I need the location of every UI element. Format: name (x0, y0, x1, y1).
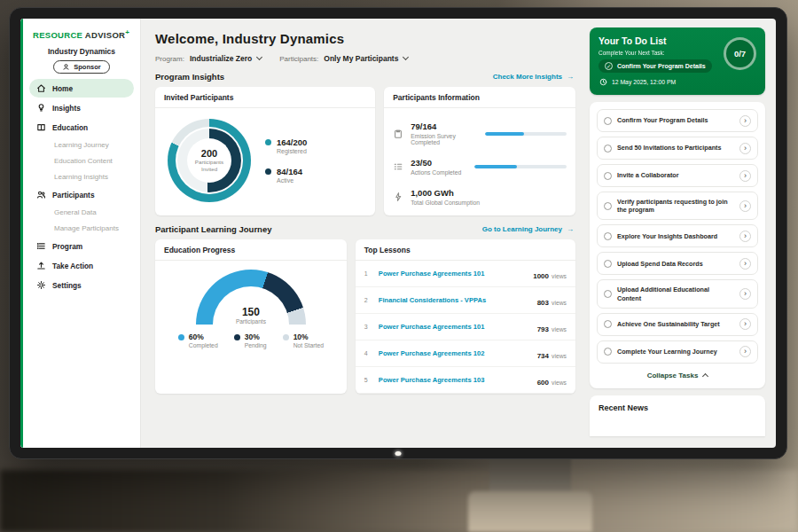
sidebar-item-manage-participants[interactable]: Manage Participants (29, 221, 134, 236)
lesson-link[interactable]: Power Purchase Agreements 101 (379, 323, 530, 331)
sidebar-item-learning-insights[interactable]: Learning Insights (29, 169, 134, 184)
lesson-link[interactable]: Power Purchase Agreements 101 (379, 270, 526, 278)
gauge-center-value: 150 (196, 306, 306, 318)
todo-subtitle: Complete Your Next Task: (598, 50, 756, 56)
program-filter-label: Program: (155, 55, 184, 63)
participants-information-card: Participants Information 79/164 Emission… (384, 87, 575, 215)
lesson-link[interactable]: Power Purchase Agreements 103 (379, 376, 530, 384)
task-checkbox[interactable] (604, 260, 612, 268)
task-label: Verify participants requesting to join t… (617, 198, 734, 215)
role-badge-label: Sponsor (74, 63, 100, 71)
page-title: Welcome, Industry Dynamics (155, 31, 575, 46)
sidebar-item-education-content[interactable]: Education Content (29, 153, 134, 168)
logo-text-advisor: ADVISOR (85, 30, 125, 40)
participants-filter-label: Participants: (279, 55, 318, 63)
sidebar-item-take-action[interactable]: Take Action (29, 256, 134, 275)
chevron-up-icon (702, 373, 708, 379)
lesson-views-count: 1000 (533, 272, 549, 280)
todo-task-item[interactable]: Complete Your Learning Journey › (597, 340, 758, 364)
todo-task-item[interactable]: Invite a Collaborator › (597, 164, 758, 187)
check-icon: ✓ (605, 62, 613, 70)
program-select[interactable]: Industrialize Zero (190, 54, 262, 63)
task-label: Achieve One Sustainability Target (617, 320, 734, 329)
chevron-right-icon[interactable]: › (739, 170, 751, 182)
desk-surface (0, 470, 798, 532)
check-more-insights-link[interactable]: Check More Insights → (493, 73, 574, 81)
lesson-rank: 5 (364, 377, 372, 383)
power-led (395, 451, 402, 456)
legend-dot (178, 334, 184, 340)
gauge-legend: 60% Completed 30% Pending (178, 332, 324, 348)
legend-dot (283, 334, 289, 340)
participants-select[interactable]: Only My Participants (324, 54, 408, 63)
todo-due-date: 12 May 2025, 12:00 PM (612, 79, 676, 85)
todo-task-item[interactable]: Explore Your Insights Dashboard › (597, 224, 758, 247)
donut-center-label: Participants Invited (192, 159, 227, 173)
task-checkbox[interactable] (604, 290, 612, 298)
sidebar-item-insights[interactable]: Insights (29, 98, 134, 117)
legend-not-started: 10% Not Started (283, 332, 324, 348)
chevron-right-icon[interactable]: › (739, 200, 751, 212)
lesson-views-unit: views (552, 353, 567, 359)
legend-active: 84/164 Active (265, 167, 307, 184)
chevron-right-icon[interactable]: › (739, 143, 751, 154)
collapse-tasks-link[interactable]: Collapse Tasks (597, 368, 758, 385)
sidebar-item-label: Learning Insights (54, 173, 108, 181)
task-checkbox[interactable] (604, 145, 612, 153)
arrow-right-icon: → (567, 73, 574, 81)
lesson-link[interactable]: Power Purchase Agreements 102 (379, 349, 530, 357)
program-insights-title: Program Insights (155, 72, 224, 82)
arrow-right-icon: → (567, 225, 574, 233)
donut-center-value: 200 (201, 148, 217, 159)
task-checkbox[interactable] (604, 320, 612, 328)
chevron-right-icon[interactable]: › (739, 346, 751, 357)
main-content: Welcome, Industry Dynamics Program: Indu… (141, 19, 586, 448)
recent-news-title: Recent News (598, 403, 648, 412)
sidebar-item-settings[interactable]: Settings (29, 276, 134, 294)
todo-task-item[interactable]: Verify participants requesting to join t… (597, 192, 758, 220)
todo-panel: Your To Do List 0/7 Complete Your Next T… (586, 19, 776, 448)
go-to-learning-journey-link[interactable]: Go to Learning Journey → (482, 225, 574, 233)
sidebar-item-label: Home (52, 84, 73, 93)
todo-task-item[interactable]: Send 50 Invitations to Participants › (597, 137, 758, 160)
chevron-right-icon[interactable]: › (739, 318, 751, 330)
checklist-icon (393, 161, 403, 172)
chevron-right-icon[interactable]: › (739, 288, 751, 300)
monitor-bezel: RESOURCE ADVISOR+ Industry Dynamics Spon… (9, 7, 787, 459)
lesson-views-count: 793 (537, 325, 549, 333)
chevron-right-icon[interactable]: › (739, 231, 751, 242)
sidebar-item-label: Learning Journey (54, 141, 109, 149)
sidebar-item-program[interactable]: Program (29, 237, 134, 255)
education-gauge-chart: 150 Participants (196, 270, 306, 325)
lesson-row: 5 Power Purchase Agreements 103 600views (356, 367, 575, 394)
task-checkbox[interactable] (604, 202, 612, 210)
organization-name: Industry Dynamics (29, 47, 134, 56)
task-checkbox[interactable] (604, 348, 612, 356)
sidebar-item-general-data[interactable]: General Data (29, 205, 134, 220)
sidebar-item-participants[interactable]: Participants (29, 185, 134, 204)
participants-select-value: Only My Participants (324, 54, 398, 63)
task-checkbox[interactable] (604, 232, 612, 240)
sidebar-item-education[interactable]: Education (29, 118, 134, 137)
book-icon (36, 122, 46, 132)
lesson-rank: 3 (364, 324, 372, 330)
todo-task-item[interactable]: Upload Additional Educational Content › (597, 279, 758, 308)
list-icon (36, 241, 46, 251)
sidebar-item-home[interactable]: Home (29, 79, 134, 98)
todo-task-item[interactable]: Upload Spend Data Records › (597, 252, 758, 275)
todo-task-item[interactable]: Achieve One Sustainability Target › (597, 313, 758, 336)
lesson-row: 4 Power Purchase Agreements 102 734views (356, 340, 575, 367)
participants-filter: Participants: Only My Participants (279, 54, 408, 63)
sidebar-nav: Home Insights Education Learning Journey (29, 79, 134, 294)
task-checkbox[interactable] (604, 172, 612, 180)
clock-icon (599, 78, 607, 86)
next-task-pill[interactable]: ✓ Confirm Your Program Details (598, 59, 712, 73)
education-progress-card: Education Progress 150 Participants (155, 239, 347, 394)
sidebar-item-learning-journey[interactable]: Learning Journey (29, 137, 134, 153)
chevron-right-icon[interactable]: › (739, 258, 751, 270)
chevron-right-icon[interactable]: › (739, 115, 751, 127)
lesson-link[interactable]: Financial Considerations - VPPAs (379, 296, 530, 304)
consumption-row: 1,000 GWh Total Global Consumption (393, 182, 567, 212)
task-checkbox[interactable] (604, 117, 612, 125)
todo-task-item[interactable]: Confirm Your Program Details › (597, 109, 758, 132)
